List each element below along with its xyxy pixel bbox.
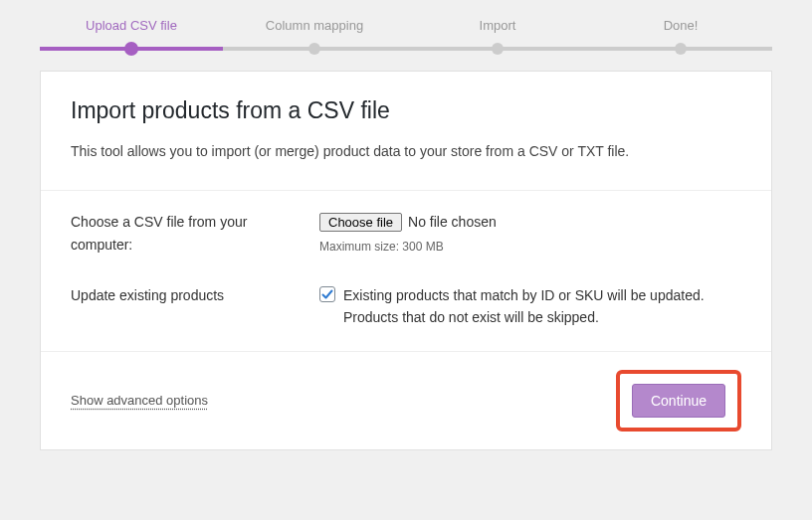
step-import[interactable]: Import [406,18,589,51]
file-status: No file chosen [408,211,497,233]
file-label: Choose a CSV file from your computer: [71,211,319,257]
wizard-stepper: Upload CSV file Column mapping Import Do… [40,18,772,51]
update-row: Update existing products Existing produc… [41,264,771,337]
file-size-hint: Maximum size: 300 MB [319,238,741,257]
update-description: Existing products that match by ID or SK… [343,284,741,329]
continue-highlight: Continue [616,370,741,432]
step-dot [308,43,320,55]
step-upload[interactable]: Upload CSV file [40,18,223,51]
step-mapping[interactable]: Column mapping [223,18,406,51]
card-title: Import products from a CSV file [71,97,741,124]
import-card: Import products from a CSV file This too… [40,71,772,450]
advanced-options-link[interactable]: Show advanced options [71,393,208,408]
step-dot [492,43,504,55]
choose-file-button[interactable]: Choose file [319,213,402,232]
card-footer: Show advanced options Continue [41,351,771,449]
update-label: Update existing products [71,284,319,329]
step-dot [124,42,138,56]
continue-button[interactable]: Continue [632,384,725,418]
file-row: Choose a CSV file from your computer: Ch… [41,191,771,264]
card-description: This tool allows you to import (or merge… [71,140,741,162]
check-icon [321,288,333,300]
step-done[interactable]: Done! [589,18,772,51]
step-dot [675,43,687,55]
update-checkbox[interactable] [319,286,335,302]
